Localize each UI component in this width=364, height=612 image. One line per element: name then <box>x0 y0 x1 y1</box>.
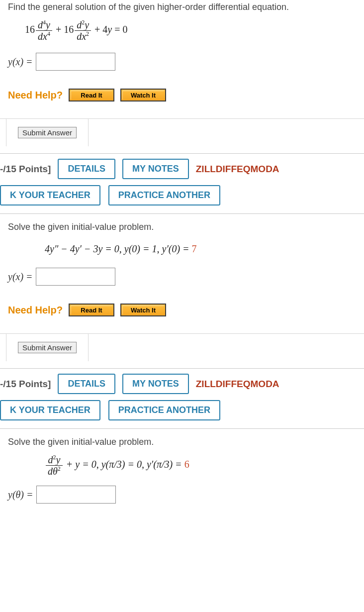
q2-prompt: Solve the given initial-value problem. <box>0 214 364 236</box>
practice-another-button[interactable]: PRACTICE ANOTHER <box>108 185 220 205</box>
q3-equation: d2ydθ2 + y = 0, y(π/3) = 0, y′(π/3) = 6 <box>0 451 364 484</box>
q2-answer-label: y(x) = <box>8 271 33 283</box>
my-notes-button[interactable]: MY NOTES <box>122 374 189 394</box>
submit-tab-wrap: Submit Answer <box>0 333 364 368</box>
my-notes-button[interactable]: MY NOTES <box>122 159 189 179</box>
q2-ic-value: 7 <box>192 243 197 254</box>
q2-answer-input[interactable] <box>36 268 115 286</box>
points-label: -/15 Points] <box>0 164 51 175</box>
q3-header-row1: -/15 Points] DETAILS MY NOTES ZILLDIFFEQ… <box>0 368 364 399</box>
points-label: -/15 Points] <box>0 379 51 390</box>
submit-tab: Submit Answer <box>6 118 89 146</box>
need-help-label: Need Help? <box>8 90 63 101</box>
read-it-button[interactable]: Read It <box>69 89 114 102</box>
details-button[interactable]: DETAILS <box>58 374 115 394</box>
q1-answer-input[interactable] <box>36 53 115 71</box>
practice-another-button[interactable]: PRACTICE ANOTHER <box>108 400 220 420</box>
ask-teacher-button[interactable]: K YOUR TEACHER <box>0 400 100 420</box>
q1-prompt: Find the general solution of the given h… <box>0 0 364 16</box>
q2-header-row1: -/15 Points] DETAILS MY NOTES ZILLDIFFEQ… <box>0 153 364 184</box>
submit-answer-button[interactable]: Submit Answer <box>18 342 77 353</box>
ask-teacher-button[interactable]: K YOUR TEACHER <box>0 185 100 205</box>
source-label: ZILLDIFFEQMODA <box>196 164 279 175</box>
q3-ic-value: 6 <box>184 459 189 470</box>
watch-it-button[interactable]: Watch It <box>120 89 166 102</box>
submit-answer-button[interactable]: Submit Answer <box>18 127 77 138</box>
q1-equation: 16d4ydx4 + 16d2ydx2 + 4y = 0 <box>0 16 364 51</box>
q3-header-row2: K YOUR TEACHER PRACTICE ANOTHER <box>0 399 364 429</box>
need-help-label: Need Help? <box>8 305 63 316</box>
details-button[interactable]: DETAILS <box>58 159 115 179</box>
q2-equation: 4y″ − 4y′ − 3y = 0, y(0) = 1, y′(0) = 7 <box>0 236 364 266</box>
q3-answer-label: y(θ) = <box>8 489 33 501</box>
submit-tab: Submit Answer <box>6 333 89 361</box>
read-it-button[interactable]: Read It <box>69 304 114 316</box>
q1-answer-label: y(x) = <box>8 56 33 68</box>
q3-answer-input[interactable] <box>36 486 116 504</box>
q3-prompt: Solve the given initial-value problem. <box>0 429 364 451</box>
source-label: ZILLDIFFEQMODA <box>196 379 279 390</box>
q2-header-row2: K YOUR TEACHER PRACTICE ANOTHER <box>0 184 364 214</box>
q2-eq-body: 4y″ − 4y′ − 3y = 0, y(0) = 1, y′(0) = <box>45 243 192 254</box>
submit-tab-wrap: Submit Answer <box>0 118 364 153</box>
q3-eq-tail: + y = 0, y(π/3) = 0, y′(π/3) = <box>64 459 184 470</box>
watch-it-button[interactable]: Watch It <box>120 304 166 316</box>
